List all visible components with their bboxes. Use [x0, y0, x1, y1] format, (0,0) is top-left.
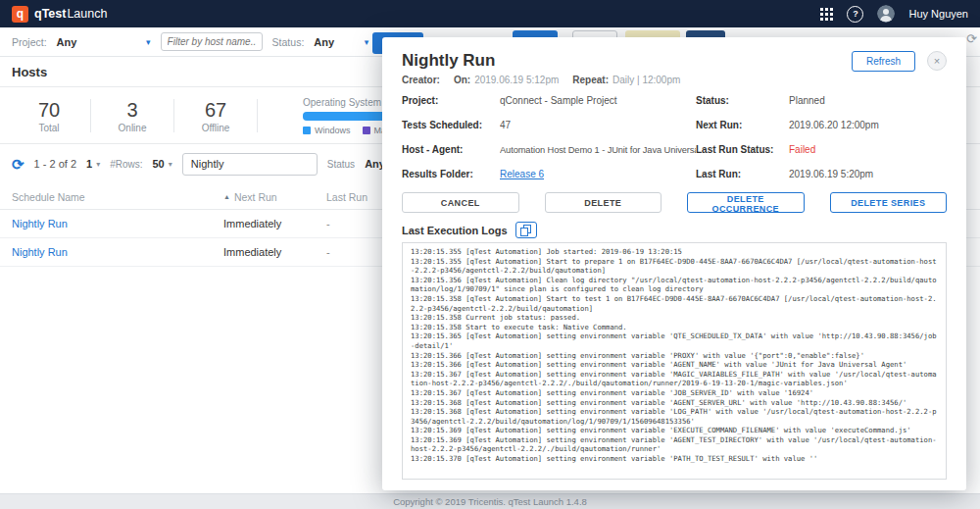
stat-offline: 67 Offline	[178, 99, 253, 133]
top-navbar: q qTestLaunch ? Huy Nguyen	[0, 0, 980, 27]
status-filter-label: Status:	[272, 36, 305, 48]
qtest-logo-icon: q	[12, 6, 28, 23]
repeat-value: Daily | 12:00pm	[612, 75, 680, 85]
next-run-cell: Immediately	[223, 246, 326, 258]
stat-online-label: Online	[95, 123, 170, 133]
delete-button[interactable]: DELETE	[545, 192, 662, 213]
rows-per-page-label: #Rows:	[110, 159, 142, 170]
status-filter-dropdown[interactable]: Any ▾	[314, 36, 368, 48]
host-agent-value: Automation Host Demo 1 - JUnit for Java …	[500, 144, 696, 156]
next-run-value: 2019.06.20 12:00pm	[789, 120, 947, 131]
topnav-right-cluster: ? Huy Nguyen	[820, 5, 968, 23]
stat-total-label: Total	[12, 123, 86, 133]
status-label: Status:	[696, 95, 789, 107]
schedule-status-label: Status	[327, 159, 355, 170]
last-run-status-value: Failed	[789, 144, 947, 156]
column-header-next-run-label: Next Run	[234, 191, 277, 203]
chevron-down-icon: ▾	[169, 160, 172, 169]
host-name-filter-input[interactable]	[161, 32, 263, 51]
execution-logs-header: Last Execution Logs	[402, 223, 947, 237]
stat-online-value: 3	[95, 99, 170, 121]
rows-per-page-dropdown[interactable]: 50 ▾	[153, 158, 172, 170]
execution-logs-title: Last Execution Logs	[402, 225, 508, 236]
divider	[90, 99, 91, 132]
close-icon[interactable]: ×	[927, 51, 947, 71]
divider	[173, 99, 174, 132]
mac-legend-swatch	[363, 127, 370, 134]
page-select-value: 1	[86, 158, 92, 170]
next-run-label: Next Run:	[696, 120, 789, 131]
user-avatar[interactable]	[877, 5, 895, 23]
last-run-label: Last Run:	[696, 169, 789, 180]
tests-scheduled-value: 47	[500, 120, 696, 131]
copy-logs-button[interactable]	[515, 222, 537, 238]
pagination-range: 1 - 2 of 2	[34, 158, 76, 170]
help-glyph: ?	[853, 9, 858, 19]
last-run-value: 2019.06.19 5:20pm	[789, 169, 947, 180]
help-icon[interactable]: ?	[847, 6, 863, 23]
qtest-launch-screen: q qTestLaunch ? Huy Nguyen Project: Any …	[0, 0, 980, 509]
brand-name-secondary: Launch	[67, 7, 107, 21]
copy-icon	[520, 225, 531, 236]
chevron-down-icon: ▾	[96, 160, 100, 169]
windows-legend-label: Windows	[315, 126, 351, 135]
creator-label: Creator:	[402, 75, 440, 85]
modal-button-row: CANCEL DELETE DELETE OCCURRENCE DELETE S…	[402, 192, 947, 213]
stat-offline-value: 67	[178, 99, 253, 121]
modal-meta-row: Creator: On: 2019.06.19 5:12pm Repeat: D…	[402, 75, 947, 85]
stat-offline-label: Offline	[178, 123, 253, 133]
footer: Copyright © 2019 Tricentis. qTest Launch…	[0, 493, 980, 509]
project-filter-label: Project:	[12, 36, 47, 48]
schedule-link[interactable]: Nightly Run	[12, 218, 68, 229]
delete-occurrence-button[interactable]: DELETE OCCURRENCE	[687, 192, 805, 213]
refresh-list-icon[interactable]: ⟳	[12, 157, 24, 172]
schedule-name-filter-input[interactable]	[182, 153, 318, 176]
rows-per-page-value: 50	[153, 158, 165, 170]
project-filter-dropdown[interactable]: Any ▾	[57, 36, 151, 48]
host-agent-label: Host - Agent:	[402, 144, 500, 156]
sort-asc-icon: ▲	[223, 193, 230, 200]
next-run-cell: Immediately	[223, 218, 326, 229]
on-label: On:	[454, 75, 470, 85]
status-value: Planned	[789, 95, 947, 107]
chevron-down-icon: ▾	[146, 37, 151, 47]
modal-header: Nightly Run Refresh ×	[402, 49, 947, 73]
chevron-down-icon: ▾	[365, 37, 369, 47]
windows-legend-swatch	[303, 127, 311, 134]
stat-online: 3 Online	[95, 99, 170, 133]
results-folder-link[interactable]: Release 6	[500, 169, 544, 179]
project-filter-value: Any	[57, 36, 77, 48]
stat-total: 70 Total	[12, 99, 86, 133]
project-value: qConnect - Sample Project	[500, 95, 696, 107]
tests-scheduled-label: Tests Scheduled:	[402, 120, 500, 131]
last-run-status-label: Last Run Status:	[696, 144, 789, 156]
copyright-text: Copyright © 2019 Tricentis. qTest Launch…	[393, 496, 587, 507]
sync-icon[interactable]: ⟳	[966, 31, 977, 46]
results-folder-label: Results Folder:	[402, 169, 500, 180]
modal-title: Nightly Run	[402, 51, 852, 71]
refresh-button[interactable]: Refresh	[852, 51, 915, 72]
legend-item-windows: Windows	[303, 126, 351, 135]
on-value: 2019.06.19 5:12pm	[474, 75, 559, 85]
page-select-dropdown[interactable]: 1 ▾	[86, 158, 100, 170]
schedule-link[interactable]: Nightly Run	[12, 246, 68, 258]
brand-name-primary: qTest	[34, 7, 66, 21]
repeat-label: Repeat:	[572, 75, 609, 85]
modal-details-grid: Project: qConnect - Sample Project Statu…	[402, 95, 947, 180]
column-header-next-run[interactable]: ▲ Next Run	[223, 191, 326, 203]
schedule-detail-modal: Nightly Run Refresh × Creator: On: 2019.…	[382, 37, 966, 490]
user-name[interactable]: Huy Nguyen	[908, 8, 968, 20]
column-header-schedule-name[interactable]: Schedule Name	[12, 191, 223, 203]
stat-total-value: 70	[12, 99, 86, 121]
execution-log-text[interactable]: 13:20:15.355 [qTest Automation] Job star…	[402, 242, 947, 480]
project-label: Project:	[402, 95, 500, 107]
divider	[257, 99, 258, 132]
brand-logo[interactable]: q qTestLaunch	[12, 6, 107, 23]
apps-grid-icon[interactable]	[820, 8, 833, 21]
delete-series-button[interactable]: DELETE SERIES	[830, 192, 948, 213]
brand-name: qTestLaunch	[34, 7, 107, 21]
status-filter-value: Any	[314, 36, 334, 48]
cancel-button[interactable]: CANCEL	[402, 192, 519, 213]
